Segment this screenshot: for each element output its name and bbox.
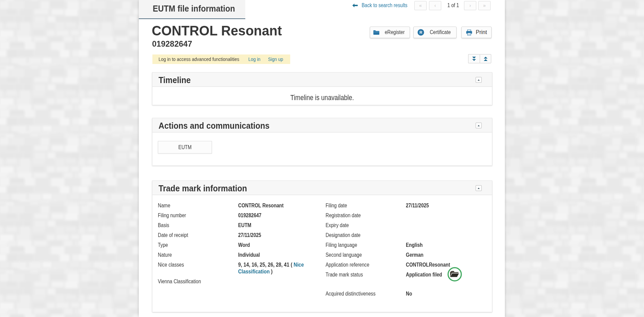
svg-text:R: R bbox=[419, 30, 422, 34]
